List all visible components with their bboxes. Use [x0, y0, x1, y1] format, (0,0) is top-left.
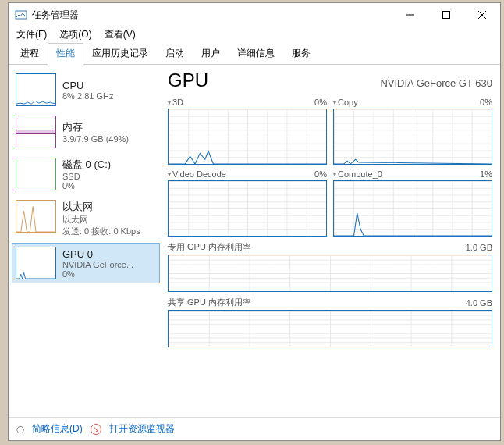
chart-dedicated-mem — [168, 255, 492, 292]
gpu-header: GPU NVIDIA GeForce GT 630 — [168, 68, 492, 96]
page-title: GPU — [168, 69, 208, 91]
menu-view[interactable]: 查看(V) — [100, 27, 140, 43]
chart-pct: 0% — [314, 169, 327, 179]
tab-app-history[interactable]: 应用历史记录 — [83, 43, 157, 65]
shared-mem-value: 4.0 GB — [466, 298, 492, 308]
chart-3d — [168, 109, 327, 165]
chart-pct: 0% — [314, 98, 327, 107]
maximize-button[interactable] — [428, 3, 464, 27]
sidebar-item-value: 3.9/7.9 GB (49%) — [62, 134, 129, 144]
sidebar-item-disk[interactable]: 磁盘 0 (C:) SSD 0% — [12, 154, 160, 194]
resource-monitor-link[interactable]: 打开资源监视器 — [109, 422, 175, 436]
content: CPU 8% 2.81 GHz 内存 3.9/7.9 GB (49%) 磁盘 0… — [9, 65, 500, 417]
chevron-down-icon: ▾ — [168, 99, 171, 106]
sidebar-item-sub2: 0% — [62, 181, 111, 190]
sidebar-item-label: GPU 0 — [62, 248, 133, 260]
chart-copy — [333, 109, 492, 165]
resource-monitor-icon: ↘ — [91, 424, 101, 435]
sidebar-item-sub1: SSD — [62, 172, 111, 181]
chevron-down-icon: ▾ — [333, 171, 336, 178]
tab-performance[interactable]: 性能 — [48, 43, 83, 65]
sidebar-item-sub1: 以太网 — [62, 214, 140, 226]
app-icon — [15, 9, 27, 21]
sidebar-item-gpu[interactable]: GPU 0 NVIDIA GeForce... 0% — [12, 243, 160, 283]
chart-compute — [333, 180, 492, 237]
minimize-button[interactable] — [392, 3, 428, 27]
disk-thumb — [16, 158, 56, 190]
menu-file[interactable]: 文件(F) — [12, 27, 51, 43]
sidebar-item-sub1: NVIDIA GeForce... — [62, 260, 133, 269]
chevron-down-icon: ◯ — [16, 425, 24, 433]
chart-header-video-decode[interactable]: ▾Video Decode 0% — [168, 168, 327, 180]
gpu-device-name: NVIDIA GeForce GT 630 — [380, 77, 492, 89]
brief-info-link[interactable]: 简略信息(D) — [32, 422, 83, 436]
sidebar-item-sub2: 0% — [62, 269, 133, 279]
chart-header-copy[interactable]: ▾Copy 0% — [333, 96, 492, 109]
chart-header-compute[interactable]: ▾Compute_0 1% — [333, 168, 492, 180]
menubar: 文件(F) 选项(O) 查看(V) — [9, 27, 500, 42]
sidebar-item-label: 磁盘 0 (C:) — [62, 158, 111, 172]
cpu-thumb — [16, 73, 56, 106]
tab-processes[interactable]: 进程 — [12, 43, 48, 65]
sidebar-item-label: 以太网 — [62, 200, 140, 214]
footer: ◯ 简略信息(D) ↘ 打开资源监视器 — [9, 417, 500, 440]
gpu-thumb — [16, 247, 56, 279]
task-manager-window: 任务管理器 文件(F) 选项(O) 查看(V) 进程 性能 应用历史记录 启动 … — [8, 2, 501, 441]
shared-mem-header: 共享 GPU 内存利用率 4.0 GB — [168, 295, 492, 310]
sidebar-item-label: 内存 — [62, 120, 129, 134]
titlebar[interactable]: 任务管理器 — [9, 3, 500, 27]
chart-shared-mem — [168, 310, 492, 347]
tab-details[interactable]: 详细信息 — [229, 43, 283, 65]
chart-video-decode — [168, 180, 327, 237]
tab-services[interactable]: 服务 — [283, 43, 319, 65]
main-panel: GPU NVIDIA GeForce GT 630 ▾3D 0% ▾Copy 0… — [163, 65, 500, 417]
window-title: 任务管理器 — [32, 9, 392, 22]
sidebar-item-cpu[interactable]: CPU 8% 2.81 GHz — [12, 69, 160, 110]
chart-pct: 1% — [480, 169, 492, 179]
chart-grid: ▾3D 0% ▾Copy 0% ▾Video Decode 0% — [168, 96, 492, 351]
chevron-down-icon: ▾ — [168, 171, 171, 178]
window-controls — [392, 3, 500, 27]
svg-rect-2 — [443, 12, 450, 19]
menu-options[interactable]: 选项(O) — [55, 27, 96, 43]
dedicated-mem-header: 专用 GPU 内存利用率 1.0 GB — [168, 240, 492, 255]
memory-thumb — [16, 116, 56, 148]
tab-users[interactable]: 用户 — [193, 43, 229, 65]
sidebar-item-sub2: 发送: 0 接收: 0 Kbps — [62, 226, 140, 237]
dedicated-mem-value: 1.0 GB — [466, 243, 492, 252]
chevron-down-icon: ▾ — [333, 99, 336, 106]
tabs: 进程 性能 应用历史记录 启动 用户 详细信息 服务 — [9, 42, 500, 65]
chart-pct: 0% — [480, 98, 492, 107]
sidebar-item-label: CPU — [62, 80, 113, 91]
close-button[interactable] — [464, 3, 500, 27]
sidebar: CPU 8% 2.81 GHz 内存 3.9/7.9 GB (49%) 磁盘 0… — [9, 65, 163, 417]
sidebar-item-memory[interactable]: 内存 3.9/7.9 GB (49%) — [12, 112, 160, 152]
sidebar-item-ethernet[interactable]: 以太网 以太网 发送: 0 接收: 0 Kbps — [12, 196, 160, 241]
ethernet-thumb — [16, 200, 56, 233]
sidebar-item-value: 8% 2.81 GHz — [62, 91, 113, 101]
chart-header-3d[interactable]: ▾3D 0% — [168, 96, 327, 109]
tab-startup[interactable]: 启动 — [157, 43, 193, 65]
